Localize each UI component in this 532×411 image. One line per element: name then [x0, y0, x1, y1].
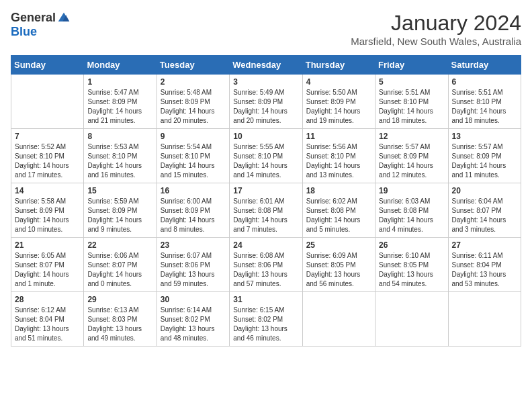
calendar-cell: 6Sunrise: 5:51 AM Sunset: 8:10 PM Daylig… — [448, 75, 521, 129]
calendar-cell: 13Sunrise: 5:57 AM Sunset: 8:09 PM Dayli… — [448, 129, 521, 183]
calendar-cell: 3Sunrise: 5:49 AM Sunset: 8:09 PM Daylig… — [230, 75, 302, 129]
day-number: 9 — [161, 132, 226, 141]
day-number: 21 — [15, 240, 80, 250]
calendar-cell: 8Sunrise: 5:53 AM Sunset: 8:10 PM Daylig… — [84, 129, 157, 183]
calendar-cell: 28Sunrise: 6:12 AM Sunset: 8:04 PM Dayli… — [11, 292, 84, 347]
day-number: 29 — [87, 295, 152, 304]
calendar-table: SundayMondayTuesdayWednesdayThursdayFrid… — [11, 55, 521, 347]
day-info: Sunrise: 6:04 AM Sunset: 8:07 PM Dayligh… — [452, 197, 517, 234]
day-number: 31 — [233, 295, 298, 304]
day-info: Sunrise: 5:54 AM Sunset: 8:10 PM Dayligh… — [161, 142, 226, 180]
calendar-cell: 7Sunrise: 5:52 AM Sunset: 8:10 PM Daylig… — [11, 129, 84, 183]
day-info: Sunrise: 6:05 AM Sunset: 8:07 PM Dayligh… — [15, 251, 80, 289]
logo: General Blue — [11, 11, 71, 39]
day-number: 6 — [452, 77, 517, 87]
calendar-cell: 21Sunrise: 6:05 AM Sunset: 8:07 PM Dayli… — [11, 238, 84, 292]
day-number: 11 — [306, 132, 371, 141]
day-number: 4 — [306, 77, 371, 87]
day-number: 5 — [379, 77, 444, 87]
calendar-cell: 20Sunrise: 6:04 AM Sunset: 8:07 PM Dayli… — [448, 183, 521, 238]
logo-icon — [57, 11, 71, 25]
calendar-cell: 25Sunrise: 6:09 AM Sunset: 8:05 PM Dayli… — [302, 238, 375, 292]
day-number: 18 — [306, 186, 371, 195]
calendar-cell: 23Sunrise: 6:07 AM Sunset: 8:06 PM Dayli… — [157, 238, 229, 292]
day-number: 30 — [161, 295, 226, 304]
day-info: Sunrise: 6:10 AM Sunset: 8:05 PM Dayligh… — [379, 251, 444, 289]
calendar-cell: 14Sunrise: 5:58 AM Sunset: 8:09 PM Dayli… — [11, 183, 84, 238]
calendar-cell: 18Sunrise: 6:02 AM Sunset: 8:08 PM Dayli… — [302, 183, 375, 238]
calendar-week-row: 28Sunrise: 6:12 AM Sunset: 8:04 PM Dayli… — [11, 292, 521, 347]
calendar-cell: 1Sunrise: 5:47 AM Sunset: 8:09 PM Daylig… — [84, 75, 157, 129]
day-info: Sunrise: 5:49 AM Sunset: 8:09 PM Dayligh… — [233, 88, 298, 126]
calendar-cell: 29Sunrise: 6:13 AM Sunset: 8:03 PM Dayli… — [84, 292, 157, 347]
day-number: 2 — [161, 77, 226, 87]
calendar-cell: 22Sunrise: 6:06 AM Sunset: 8:07 PM Dayli… — [84, 238, 157, 292]
day-number: 26 — [379, 240, 444, 250]
day-info: Sunrise: 6:13 AM Sunset: 8:03 PM Dayligh… — [87, 306, 152, 343]
column-header-wednesday: Wednesday — [230, 56, 302, 75]
calendar-cell — [448, 292, 521, 347]
calendar-cell: 24Sunrise: 6:08 AM Sunset: 8:06 PM Dayli… — [230, 238, 302, 292]
day-info: Sunrise: 5:51 AM Sunset: 8:10 PM Dayligh… — [379, 88, 444, 126]
day-number: 23 — [161, 240, 226, 250]
day-number: 8 — [87, 132, 152, 141]
day-info: Sunrise: 5:57 AM Sunset: 8:09 PM Dayligh… — [452, 142, 517, 180]
column-header-monday: Monday — [84, 56, 157, 75]
day-number: 24 — [233, 240, 298, 250]
calendar-cell — [302, 292, 375, 347]
calendar-cell: 11Sunrise: 5:56 AM Sunset: 8:10 PM Dayli… — [302, 129, 375, 183]
column-header-saturday: Saturday — [448, 56, 521, 75]
day-number: 27 — [452, 240, 517, 250]
calendar-cell — [375, 292, 448, 347]
day-info: Sunrise: 6:15 AM Sunset: 8:02 PM Dayligh… — [233, 306, 298, 343]
column-header-friday: Friday — [375, 56, 448, 75]
day-number: 10 — [233, 132, 298, 141]
column-header-sunday: Sunday — [11, 56, 84, 75]
calendar-cell: 27Sunrise: 6:11 AM Sunset: 8:04 PM Dayli… — [448, 238, 521, 292]
day-info: Sunrise: 5:48 AM Sunset: 8:09 PM Dayligh… — [161, 88, 226, 126]
day-number: 28 — [15, 295, 80, 304]
calendar-week-row: 21Sunrise: 6:05 AM Sunset: 8:07 PM Dayli… — [11, 238, 521, 292]
day-info: Sunrise: 5:52 AM Sunset: 8:10 PM Dayligh… — [15, 142, 80, 180]
title-block: January 2024 Marsfield, New South Wales,… — [351, 11, 521, 47]
day-number: 12 — [379, 132, 444, 141]
day-number: 14 — [15, 186, 80, 195]
day-info: Sunrise: 5:47 AM Sunset: 8:09 PM Dayligh… — [87, 88, 152, 126]
calendar-cell: 31Sunrise: 6:15 AM Sunset: 8:02 PM Dayli… — [230, 292, 302, 347]
day-info: Sunrise: 6:02 AM Sunset: 8:08 PM Dayligh… — [306, 197, 371, 234]
day-info: Sunrise: 5:55 AM Sunset: 8:10 PM Dayligh… — [233, 142, 298, 180]
calendar-cell: 9Sunrise: 5:54 AM Sunset: 8:10 PM Daylig… — [157, 129, 229, 183]
calendar-week-row: 7Sunrise: 5:52 AM Sunset: 8:10 PM Daylig… — [11, 129, 521, 183]
logo-general-text: General — [11, 11, 56, 25]
day-number: 25 — [306, 240, 371, 250]
day-info: Sunrise: 6:09 AM Sunset: 8:05 PM Dayligh… — [306, 251, 371, 289]
day-number: 19 — [379, 186, 444, 195]
day-number: 13 — [452, 132, 517, 141]
day-number: 15 — [87, 186, 152, 195]
column-header-thursday: Thursday — [302, 56, 375, 75]
calendar-cell: 17Sunrise: 6:01 AM Sunset: 8:08 PM Dayli… — [230, 183, 302, 238]
day-number: 16 — [161, 186, 226, 195]
calendar-week-row: 1Sunrise: 5:47 AM Sunset: 8:09 PM Daylig… — [11, 75, 521, 129]
day-info: Sunrise: 5:56 AM Sunset: 8:10 PM Dayligh… — [306, 142, 371, 180]
calendar-cell: 4Sunrise: 5:50 AM Sunset: 8:09 PM Daylig… — [302, 75, 375, 129]
day-info: Sunrise: 5:51 AM Sunset: 8:10 PM Dayligh… — [452, 88, 517, 126]
day-info: Sunrise: 6:11 AM Sunset: 8:04 PM Dayligh… — [452, 251, 517, 289]
logo-blue-text: Blue — [11, 25, 37, 39]
day-number: 1 — [87, 77, 152, 87]
day-info: Sunrise: 6:07 AM Sunset: 8:06 PM Dayligh… — [161, 251, 226, 289]
calendar-cell: 30Sunrise: 6:14 AM Sunset: 8:02 PM Dayli… — [157, 292, 229, 347]
day-info: Sunrise: 6:00 AM Sunset: 8:09 PM Dayligh… — [161, 197, 226, 234]
calendar-cell — [11, 75, 84, 129]
day-info: Sunrise: 6:08 AM Sunset: 8:06 PM Dayligh… — [233, 251, 298, 289]
column-header-tuesday: Tuesday — [157, 56, 229, 75]
calendar-cell: 5Sunrise: 5:51 AM Sunset: 8:10 PM Daylig… — [375, 75, 448, 129]
day-info: Sunrise: 5:57 AM Sunset: 8:09 PM Dayligh… — [379, 142, 444, 180]
day-info: Sunrise: 6:01 AM Sunset: 8:08 PM Dayligh… — [233, 197, 298, 234]
calendar-cell: 19Sunrise: 6:03 AM Sunset: 8:08 PM Dayli… — [375, 183, 448, 238]
calendar-header-row: SundayMondayTuesdayWednesdayThursdayFrid… — [11, 56, 521, 75]
page-header: General Blue January 2024 Marsfield, New… — [11, 11, 521, 47]
calendar-cell: 2Sunrise: 5:48 AM Sunset: 8:09 PM Daylig… — [157, 75, 229, 129]
day-number: 20 — [452, 186, 517, 195]
calendar-cell: 10Sunrise: 5:55 AM Sunset: 8:10 PM Dayli… — [230, 129, 302, 183]
